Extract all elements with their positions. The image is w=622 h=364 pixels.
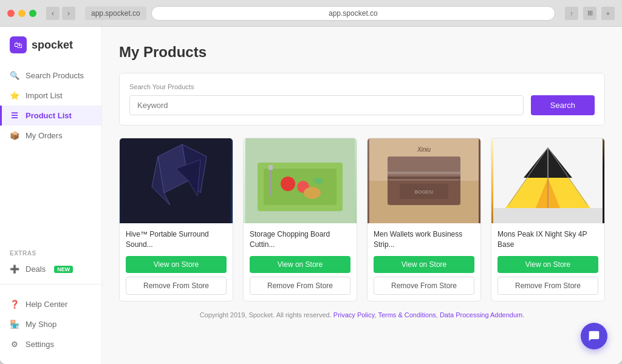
maximize-button[interactable]	[29, 10, 36, 17]
svg-rect-12	[268, 165, 273, 170]
remove-from-store-button[interactable]: Remove From Store	[374, 277, 474, 295]
nav-buttons: ‹ ›	[46, 7, 75, 20]
shop-icon: 🏪	[10, 320, 19, 329]
svg-point-13	[304, 187, 321, 199]
product-name: Men Wallets work Business Strip...	[374, 229, 474, 250]
product-image	[120, 138, 233, 223]
svg-rect-18	[388, 172, 460, 174]
remove-from-store-button[interactable]: Remove From Store	[250, 277, 350, 295]
tab-bar: app.spocket.co	[85, 7, 146, 20]
sidebar-item-help-center[interactable]: ❓ Help Center	[0, 294, 101, 314]
svg-text:Xiniu: Xiniu	[417, 146, 431, 153]
footer: Copyright 2019, Spocket. All rights rese…	[119, 302, 605, 328]
search-label: Search Your Products	[129, 83, 595, 90]
settings-icon: ⚙	[10, 340, 19, 349]
view-on-store-button[interactable]: View on Store	[374, 256, 474, 273]
product-name: Hive™ Portable Surround Sound...	[126, 229, 227, 250]
product-card: BOGESI Xiniu Men Wallets work Business S…	[367, 138, 481, 302]
products-grid: Hive™ Portable Surround Sound... View on…	[119, 138, 605, 302]
product-info: Hive™ Portable Surround Sound... View on…	[120, 223, 233, 301]
sidebar-item-import-list[interactable]: ⭐ Import List	[0, 86, 101, 106]
sidebar-item-label: Product List	[26, 111, 72, 120]
share-icon[interactable]: ↑	[565, 7, 578, 20]
svg-point-8	[281, 177, 295, 191]
product-image: BOGESI Xiniu	[367, 138, 480, 223]
plus-icon[interactable]: +	[601, 7, 615, 20]
sidebar-bottom: ❓ Help Center 🏪 My Shop ⚙ Settings	[0, 284, 101, 354]
product-info: Storage Chopping Board Cuttin... View on…	[244, 223, 357, 301]
logo-text: spocket	[32, 39, 73, 52]
product-card: Hive™ Portable Surround Sound... View on…	[119, 138, 233, 302]
search-row: Search	[129, 95, 595, 115]
sidebar-item-label: Search Products	[26, 71, 84, 80]
chat-bubble-button[interactable]	[581, 323, 607, 349]
svg-rect-19	[388, 177, 460, 179]
search-section: Search Your Products Search	[119, 73, 605, 126]
svg-rect-30	[493, 208, 603, 223]
svg-rect-11	[270, 166, 272, 196]
toolbar-actions: ↑ ⊞ +	[565, 7, 615, 20]
sidebar-item-label: Help Center	[26, 300, 67, 309]
remove-from-store-button[interactable]: Remove From Store	[497, 277, 598, 295]
logo-icon: 🛍	[10, 36, 27, 53]
product-name: Storage Chopping Board Cuttin...	[250, 229, 350, 250]
orders-icon: 📦	[10, 131, 19, 140]
sidebar-item-search-products[interactable]: 🔍 Search Products	[0, 66, 101, 86]
data-processing-link[interactable]: Data Processing Addendum	[440, 311, 522, 318]
product-card: Mons Peak IX Night Sky 4P Base View on S…	[491, 138, 605, 302]
sidebar-item-product-list[interactable]: ☰ Product List	[0, 106, 101, 126]
sidebar-item-my-orders[interactable]: 📦 My Orders	[0, 126, 101, 146]
more-icon[interactable]: ⊞	[583, 7, 596, 20]
forward-button[interactable]: ›	[62, 7, 75, 20]
sidebar-item-label: Deals	[26, 265, 46, 274]
sidebar: 🛍 spocket 🔍 Search Products ⭐ Import Lis…	[0, 27, 102, 364]
product-image	[244, 138, 357, 223]
terms-link[interactable]: Terms & Conditions	[378, 311, 436, 318]
svg-text:BOGESI: BOGESI	[415, 189, 434, 195]
browser-window: ‹ › app.spocket.co app.spocket.co ↑ ⊞ + …	[0, 0, 622, 364]
list-icon: ☰	[10, 111, 19, 120]
tab-label: app.spocket.co	[91, 9, 140, 18]
extras-label: EXTRAS	[0, 245, 101, 259]
sidebar-item-my-shop[interactable]: 🏪 My Shop	[0, 314, 101, 334]
minimize-button[interactable]	[18, 10, 26, 17]
svg-point-10	[313, 178, 323, 184]
sidebar-item-label: Settings	[26, 340, 54, 349]
product-card: Storage Chopping Board Cuttin... View on…	[243, 138, 357, 302]
search-input[interactable]	[129, 95, 524, 115]
browser-toolbar: ‹ › app.spocket.co app.spocket.co ↑ ⊞ +	[0, 0, 622, 27]
help-icon: ❓	[10, 300, 19, 309]
view-on-store-button[interactable]: View on Store	[126, 256, 227, 273]
sidebar-item-settings[interactable]: ⚙ Settings	[0, 334, 101, 354]
search-icon: 🔍	[10, 71, 19, 80]
sidebar-item-label: My Shop	[26, 320, 56, 329]
product-image	[491, 138, 604, 223]
view-on-store-button[interactable]: View on Store	[497, 256, 598, 273]
search-button[interactable]: Search	[531, 95, 595, 115]
app-layout: 🛍 spocket 🔍 Search Products ⭐ Import Lis…	[0, 27, 622, 364]
main-content: My Products Search Your Products Search	[102, 27, 622, 364]
page-title: My Products	[119, 44, 605, 61]
traffic-lights	[7, 10, 36, 17]
new-badge: NEW	[54, 266, 73, 273]
sidebar-item-label: My Orders	[26, 131, 63, 140]
back-button[interactable]: ‹	[46, 7, 60, 20]
browser-tab[interactable]: app.spocket.co	[85, 7, 146, 20]
sidebar-item-deals[interactable]: ➕ Deals NEW	[0, 259, 101, 279]
product-name: Mons Peak IX Night Sky 4P Base	[497, 229, 598, 250]
star-icon: ⭐	[10, 91, 19, 100]
close-button[interactable]	[7, 10, 15, 17]
product-info: Mons Peak IX Night Sky 4P Base View on S…	[491, 223, 604, 301]
privacy-policy-link[interactable]: Privacy Policy	[333, 311, 375, 318]
copyright-text: Copyright 2019, Spocket. All rights rese…	[200, 311, 332, 318]
view-on-store-button[interactable]: View on Store	[250, 256, 350, 273]
sidebar-item-label: Import List	[26, 91, 63, 100]
address-bar[interactable]: app.spocket.co	[151, 6, 555, 21]
product-info: Men Wallets work Business Strip... View …	[367, 223, 480, 301]
remove-from-store-button[interactable]: Remove From Store	[126, 277, 227, 295]
logo: 🛍 spocket	[0, 36, 101, 66]
deals-icon: ➕	[10, 265, 19, 274]
